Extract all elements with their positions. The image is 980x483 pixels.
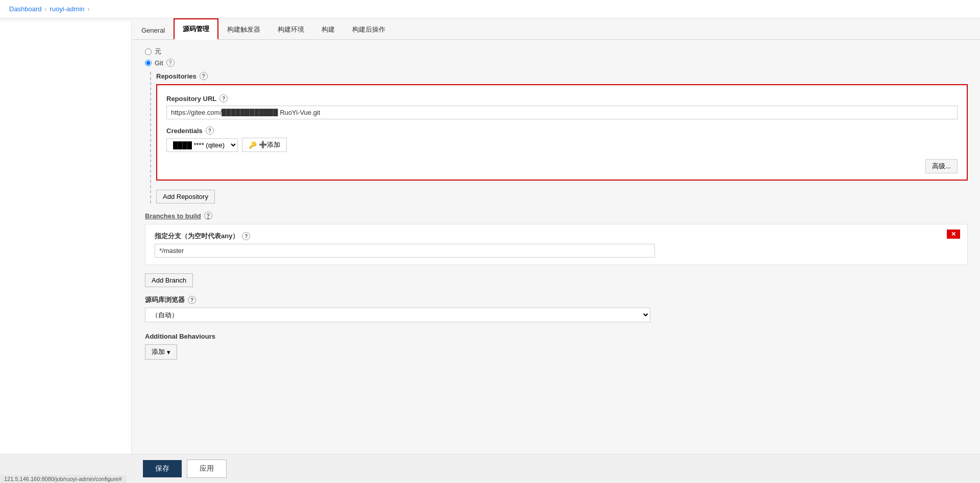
scm-none-label: 元 [155, 47, 161, 56]
left-sidebar [0, 21, 132, 460]
tabs-bar: General 源码管理 构建触发器 构建环境 构建 构建后操作 [133, 18, 980, 40]
source-browser-label: 源码库浏览器 [145, 295, 185, 304]
add-credentials-button[interactable]: 🔑 ➕添加 [242, 138, 287, 152]
save-button[interactable]: 保存 [143, 460, 182, 477]
tab-build-trigger[interactable]: 构建触发器 [218, 19, 269, 40]
scm-git-row: Git ? [145, 59, 968, 67]
breadcrumb-project[interactable]: ruoyi-admin [50, 5, 85, 13]
branch-row: ✕ 指定分支（为空时代表any） ? [145, 224, 968, 265]
add-branch-button[interactable]: Add Branch [145, 273, 193, 287]
scm-git-label: Git [155, 59, 163, 67]
breadcrumb-sep2: › [88, 6, 90, 13]
additional-behaviours-label: Additional Behaviours [145, 333, 968, 340]
advanced-btn-row: 高级... [166, 159, 958, 173]
source-browser-section: 源码库浏览器 ? （自动） [145, 295, 968, 322]
bottom-bar: 保存 应用 [0, 454, 980, 477]
source-browser-help-icon[interactable]: ? [188, 296, 196, 304]
repositories-help-icon[interactable]: ? [200, 72, 208, 80]
key-icon: 🔑 [249, 141, 257, 149]
branches-help-icon[interactable]: ? [204, 212, 212, 220]
breadcrumb-sep1: › [45, 6, 47, 13]
repo-url-field: Repository URL ? [166, 94, 958, 119]
repositories-section: Repositories ? Repository URL ? Credenti… [150, 72, 968, 204]
source-browser-label-row: 源码库浏览器 ? [145, 295, 968, 304]
branch-specifier-label-row: 指定分支（为空时代表any） ? [155, 232, 958, 241]
scm-git-radio[interactable] [145, 60, 152, 66]
repo-url-help-icon[interactable]: ? [219, 94, 228, 103]
branches-section: Branches to build ? ✕ 指定分支（为空时代表any） ? A… [145, 212, 968, 287]
repo-url-label-row: Repository URL ? [166, 94, 958, 103]
credentials-label: Credentials [166, 127, 203, 135]
branch-specifier-input[interactable] [155, 244, 655, 258]
main-content: General 源码管理 构建触发器 构建环境 构建 构建后操作 元 Git ?… [0, 18, 980, 477]
additional-behaviours-section: Additional Behaviours 添加 ▾ [145, 333, 968, 360]
add-behaviour-label: 添加 [152, 347, 165, 357]
repo-url-input[interactable] [166, 106, 958, 119]
scm-git-help-icon[interactable]: ? [166, 59, 175, 67]
add-behaviour-button[interactable]: 添加 ▾ [145, 344, 177, 360]
branch-specifier-help-icon[interactable]: ? [242, 232, 250, 240]
breadcrumb-dashboard[interactable]: Dashboard [9, 5, 42, 13]
credentials-select[interactable]: ████ **** (qitee) [166, 138, 238, 152]
scm-none-radio[interactable] [145, 48, 152, 55]
apply-button[interactable]: 应用 [187, 460, 227, 477]
credentials-help-icon[interactable]: ? [206, 126, 214, 135]
branches-label-text: Branches to build [145, 212, 201, 220]
scm-none-row: 元 [145, 47, 968, 56]
tab-source-mgmt[interactable]: 源码管理 [174, 18, 218, 40]
branch-specifier-label: 指定分支（为空时代表any） [155, 232, 239, 241]
delete-branch-button[interactable]: ✕ [947, 230, 960, 239]
branches-label-row: Branches to build ? [145, 212, 968, 220]
scm-radio-group: 元 Git ? [145, 47, 968, 67]
tab-build-env[interactable]: 构建环境 [269, 19, 313, 40]
advanced-button[interactable]: 高级... [925, 159, 958, 173]
tab-general[interactable]: General [133, 21, 174, 40]
repo-url-label: Repository URL [166, 95, 216, 103]
credentials-label-row: Credentials ? [166, 126, 958, 135]
tab-build[interactable]: 构建 [313, 19, 344, 40]
source-browser-select[interactable]: （自动） [145, 308, 650, 322]
add-repository-button[interactable]: Add Repository [156, 190, 215, 204]
breadcrumb: Dashboard › ruoyi-admin › [0, 0, 980, 18]
repositories-label: Repositories ? [156, 72, 968, 80]
add-behaviour-dropdown-icon: ▾ [167, 348, 170, 356]
repositories-label-text: Repositories [156, 72, 197, 80]
add-cred-label: ➕添加 [259, 140, 280, 149]
credentials-field: Credentials ? ████ **** (qitee) 🔑 ➕添加 [166, 126, 958, 152]
tab-post-build[interactable]: 构建后操作 [344, 19, 394, 40]
main-area: 元 Git ? Repositories ? Repository URL ? [133, 40, 980, 380]
repository-box: Repository URL ? Credentials ? ████ ****… [156, 84, 968, 181]
credentials-row: ████ **** (qitee) 🔑 ➕添加 [166, 138, 958, 152]
url-bar: 121.5.146.160:8080/job/ruoyi-admin/confi… [0, 475, 126, 477]
